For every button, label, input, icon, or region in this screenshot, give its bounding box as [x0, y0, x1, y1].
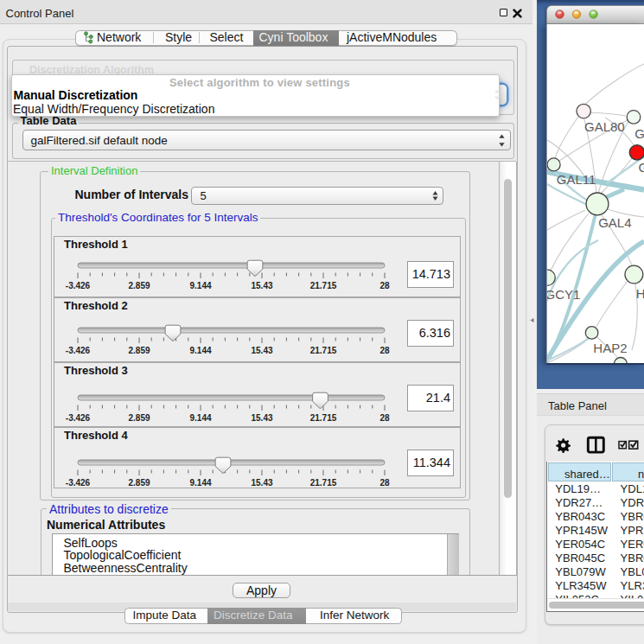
svg-text:HAP2: HAP2: [593, 341, 627, 355]
svg-text:GCY1: GCY1: [547, 287, 580, 302]
svg-text:HI: HI: [636, 286, 644, 301]
svg-text:GC: GC: [639, 160, 644, 175]
svg-text:GAL11: GAL11: [557, 172, 596, 187]
svg-text:GAL: GAL: [634, 126, 644, 141]
svg-text:GAL4: GAL4: [598, 215, 631, 230]
svg-text:GAL80: GAL80: [584, 119, 625, 134]
